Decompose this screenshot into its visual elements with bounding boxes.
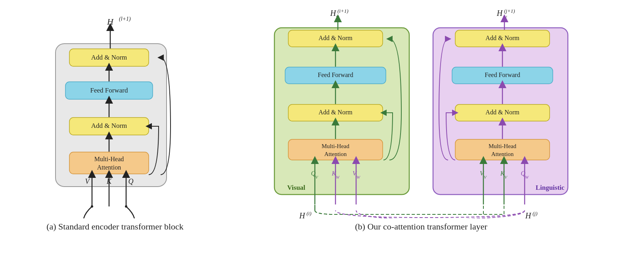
svg-text:V: V [306,217,309,218]
svg-text:Multi-Head: Multi-Head [489,143,516,149]
svg-text:Q: Q [128,177,134,185]
svg-text:Add & Norm: Add & Norm [318,109,353,116]
svg-text:Feed Forward: Feed Forward [90,87,128,94]
svg-text:Multi-Head: Multi-Head [94,156,124,162]
svg-text:H: H [299,211,306,218]
svg-text:Add & Norm: Add & Norm [485,35,519,41]
svg-text:H: H [525,211,532,218]
svg-text:K: K [106,177,112,185]
svg-text:Visual: Visual [287,184,305,191]
svg-text:Feed Forward: Feed Forward [485,71,520,78]
svg-text:Add & Norm: Add & Norm [91,122,127,129]
svg-text:Linguistic: Linguistic [536,184,565,191]
right-diagram: Visual Linguistic H (i+1) V Add & Norm F… [214,4,628,232]
svg-point-23 [125,205,127,208]
svg-text:(i+1): (i+1) [337,8,349,14]
svg-text:(i): (i) [307,210,311,216]
svg-text:H: H [496,9,503,17]
main-container: H (l+1) Add & Norm Feed Forward Add & No… [0,0,644,236]
svg-text:W: W [503,15,507,20]
left-svg: H (l+1) Add & Norm Feed Forward Add & No… [24,4,206,218]
svg-text:W: W [336,175,340,179]
svg-text:W: W [532,217,536,218]
svg-text:Add & Norm: Add & Norm [91,54,127,61]
svg-text:Attention: Attention [324,151,347,157]
svg-text:Add & Norm: Add & Norm [318,35,353,41]
right-caption: (b) Our co-attention transformer layer [355,222,487,232]
svg-text:Add & Norm: Add & Norm [485,109,519,116]
svg-text:Attention: Attention [97,164,121,171]
svg-text:W: W [356,175,360,179]
svg-text:Attention: Attention [491,151,514,157]
left-caption: (a) Standard encoder transformer block [46,222,184,232]
svg-text:Feed Forward: Feed Forward [318,71,353,78]
svg-text:(j): (j) [533,210,537,216]
left-diagram: H (l+1) Add & Norm Feed Forward Add & No… [16,4,214,232]
svg-text:H: H [107,17,114,27]
svg-text:(l+1): (l+1) [119,16,131,22]
svg-text:W: W [525,175,529,179]
svg-text:(j+1): (j+1) [504,8,515,14]
svg-point-22 [91,205,93,208]
svg-text:Multi-Head: Multi-Head [322,143,349,149]
right-svg: Visual Linguistic H (i+1) V Add & Norm F… [266,4,576,218]
